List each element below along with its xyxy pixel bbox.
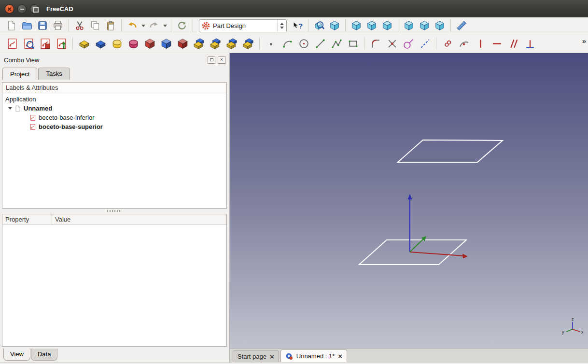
window-titlebar[interactable]: FreeCAD [0,0,588,17]
external-geometry-button[interactable] [400,35,417,52]
sketch-icon [29,124,36,130]
left-view-button[interactable] [432,18,448,33]
mdi-tab-label: Start page [238,353,266,360]
create-line-button[interactable] [312,35,328,52]
tree-item-document[interactable]: Unnamed [2,104,226,113]
construction-mode-button[interactable] [417,35,433,52]
bottom-view-button[interactable] [417,18,432,33]
freecad-logo-icon [202,22,210,30]
bottom-view-cube-icon [419,20,430,31]
pocket-button[interactable] [92,35,109,52]
constraint-parallel-button[interactable] [505,35,521,52]
axis-z-label: z [572,317,574,322]
new-document-icon [6,20,17,31]
window-maximize-button[interactable] [30,4,39,14]
rear-view-button[interactable] [401,18,417,33]
mdi-tab-start-page[interactable]: Start page × [233,350,279,362]
redo-dropdown-button[interactable] [162,18,168,33]
linear-pattern-button[interactable] [207,35,224,52]
fillet-button[interactable] [141,35,158,52]
create-polyline-button[interactable] [328,35,345,52]
combo-view-panel: Combo View × Project Tasks Labels & Attr… [0,53,230,362]
create-circle-button[interactable] [295,35,312,52]
panel-float-button[interactable] [208,56,215,64]
pocket-icon [95,38,107,50]
pad-button[interactable] [76,35,92,52]
trim-edge-button[interactable] [384,35,400,52]
part-design-toolbar [0,34,588,53]
axonometric-view-button[interactable] [327,18,342,33]
close-tab-icon[interactable]: × [270,353,274,360]
window-minimize-button[interactable] [17,4,27,14]
fit-all-button[interactable] [311,18,327,33]
tree-item-label: Application [5,96,36,103]
print-button[interactable] [50,18,66,33]
window-close-button[interactable] [5,4,14,14]
multitransform-button[interactable] [240,35,256,52]
constraint-horizontal-button[interactable] [489,35,505,52]
constraint-perpendicular-button[interactable] [521,35,538,52]
mdi-tab-unnamed[interactable]: Unnamed : 1* × [280,350,347,362]
chamfer-button[interactable] [158,35,174,52]
constraint-point-on-object-button[interactable] [456,35,472,52]
groove-button[interactable] [125,35,141,52]
spinner-arrows-icon[interactable] [277,20,284,32]
left-view-cube-icon [434,20,445,31]
tab-tasks[interactable]: Tasks [38,68,70,80]
save-document-button[interactable] [35,18,50,33]
map-sketch-button[interactable] [37,35,53,52]
refresh-button[interactable] [174,18,190,33]
mirrored-button[interactable] [191,35,207,52]
tab-data[interactable]: Data [31,349,57,361]
panel-splitter[interactable] [2,209,227,214]
undo-dropdown-button[interactable] [140,18,146,33]
sketch-fillet-icon [370,38,382,50]
toolbar-overflow-button[interactable]: » [582,37,586,45]
new-document-button[interactable] [4,18,19,33]
create-arc-button[interactable] [279,35,295,52]
3d-viewport[interactable]: z x y [230,53,588,349]
measure-distance-button[interactable] [454,18,469,33]
value-column-header: Value [52,214,226,224]
cut-button[interactable] [72,18,87,33]
tree-item-sketch[interactable]: boceto-base-inferior [2,113,226,122]
right-view-button[interactable] [379,18,395,33]
redo-button[interactable] [146,18,162,33]
rear-view-cube-icon [404,20,414,31]
create-rectangle-button[interactable] [345,35,361,52]
paste-button[interactable] [103,18,118,33]
tab-project[interactable]: Project [2,68,37,80]
fit-all-icon [314,20,324,31]
constraint-vertical-button[interactable] [472,35,489,52]
workbench-selector[interactable]: Part Design [199,19,287,32]
sketch-upper-wireframe[interactable] [398,140,503,162]
draft-button[interactable] [174,35,191,52]
constraint-coincident-icon [442,38,454,50]
open-document-button[interactable] [19,18,35,33]
constraint-vertical-icon [475,38,487,50]
tree-item-application[interactable]: Application [2,95,226,104]
toolbar-separator [259,37,260,50]
tree-item-sketch[interactable]: boceto-base-superior [2,122,226,131]
top-view-button[interactable] [364,18,379,33]
sketch-fillet-button[interactable] [367,35,384,52]
redo-icon [149,20,159,31]
close-tab-icon[interactable]: × [338,352,342,360]
tab-view[interactable]: View [3,349,30,361]
edit-sketch-button[interactable] [20,35,37,52]
reorient-sketch-button[interactable] [53,35,70,52]
constraint-coincident-button[interactable] [439,35,456,52]
undo-button[interactable] [125,18,140,33]
copy-button[interactable] [87,18,103,33]
new-sketch-button[interactable] [4,35,20,52]
question-mark-icon: ? [298,22,303,30]
revolution-button[interactable] [109,35,125,52]
front-view-button[interactable] [349,18,364,33]
freecad-document-icon [285,352,293,360]
panel-close-button[interactable]: × [218,56,225,64]
whats-this-button[interactable]: ? [290,18,305,33]
expander-icon[interactable] [8,107,12,110]
polar-pattern-button[interactable] [224,35,240,52]
create-point-button[interactable] [263,35,279,52]
toolbar-separator [69,19,69,32]
